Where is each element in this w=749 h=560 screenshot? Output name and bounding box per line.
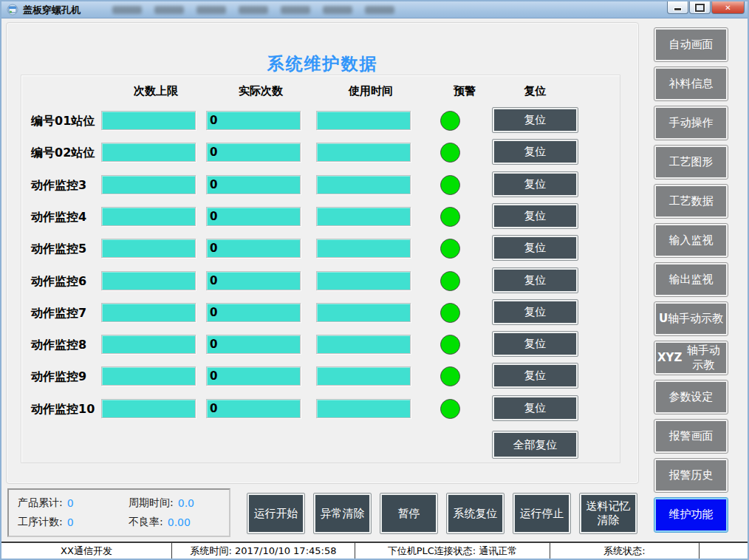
usage-time-field[interactable]	[316, 303, 411, 322]
actual-count-field[interactable]: 0	[206, 175, 301, 194]
column-header: 实际次数	[206, 84, 315, 98]
stat-value: 0.0	[178, 497, 194, 509]
usage-time-field[interactable]	[316, 143, 411, 162]
sidebar-item-12[interactable]: 报警历史	[654, 459, 728, 492]
usage-time-field[interactable]	[316, 207, 411, 226]
reset-button[interactable]: 复位	[493, 300, 578, 324]
maximize-button[interactable]	[689, 1, 711, 14]
usage-time-field[interactable]	[316, 271, 411, 290]
sidebar-item-5[interactable]: 工艺数据	[654, 185, 728, 218]
statusbar: XX通信开发系统时间: 2017/10/10 17:45:58下位机PLC连接状…	[1, 542, 748, 559]
actual-count-field[interactable]: 0	[206, 239, 301, 258]
limit-field[interactable]	[101, 239, 196, 258]
reset-button[interactable]: 复位	[493, 204, 578, 228]
control-button-5[interactable]: 运行停止	[513, 494, 570, 533]
menu-item-redacted[interactable]	[323, 6, 352, 14]
control-button-4[interactable]: 系统复位	[447, 494, 504, 533]
sidebar-item-6[interactable]: 输入监视	[654, 224, 728, 257]
warning-lamp	[440, 175, 460, 195]
actual-count-field[interactable]: 0	[206, 207, 301, 226]
stat-label: 不良率:	[129, 516, 163, 529]
column-header: 预警	[431, 84, 498, 98]
sidebar-item-9[interactable]: XYZ轴手动示教	[654, 341, 728, 375]
stat-label: 产品累计:	[18, 496, 63, 510]
menu-item-redacted[interactable]	[196, 6, 226, 14]
actual-count-field[interactable]: 0	[206, 366, 301, 386]
control-button-6[interactable]: 送料记忆清除	[580, 494, 637, 533]
stat-item: 工序计数:0	[18, 516, 129, 529]
menu-item-redacted[interactable]	[365, 6, 394, 14]
minimize-icon	[674, 7, 682, 11]
limit-field[interactable]	[101, 303, 196, 322]
sidebar-item-1[interactable]: 自动画面	[654, 28, 728, 61]
reset-button[interactable]: 复位	[493, 236, 578, 260]
sidebar-item-4[interactable]: 工艺图形	[654, 146, 728, 179]
menu-item-redacted[interactable]	[281, 6, 310, 14]
reset-button[interactable]: 复位	[493, 140, 578, 164]
usage-time-field[interactable]	[316, 399, 411, 418]
column-header: 次数上限	[101, 84, 211, 98]
row-label: 动作监控6	[31, 274, 86, 290]
row-label: 动作监控5	[31, 242, 86, 257]
statusbar-segment: 系统时间: 2017/10/10 17:45:58	[172, 543, 355, 559]
minimize-button[interactable]	[667, 1, 688, 14]
actual-count-field[interactable]: 0	[206, 271, 301, 290]
reset-button[interactable]: 复位	[493, 268, 578, 293]
limit-field[interactable]	[101, 175, 196, 194]
limit-field[interactable]	[101, 143, 196, 162]
sidebar-item-11[interactable]: 报警画面	[654, 420, 728, 453]
usage-time-field[interactable]	[316, 239, 411, 258]
app-icon	[7, 4, 18, 16]
reset-button[interactable]: 复位	[493, 172, 578, 197]
limit-field[interactable]	[101, 207, 196, 226]
actual-count-field[interactable]: 0	[206, 143, 301, 162]
sidebar-item-7[interactable]: 输出监视	[654, 263, 728, 296]
sidebar-item-2[interactable]: 补料信息	[654, 67, 728, 100]
control-button-2[interactable]: 异常清除	[314, 494, 371, 533]
sidebar-item-10[interactable]: 参数设定	[654, 380, 728, 414]
usage-time-field[interactable]	[316, 366, 411, 386]
warning-lamp	[440, 143, 460, 163]
menu-item-redacted[interactable]	[239, 6, 268, 14]
warning-lamp	[440, 366, 460, 386]
usage-time-field[interactable]	[316, 111, 411, 130]
usage-time-field[interactable]	[316, 175, 411, 194]
menu-item-redacted[interactable]	[154, 6, 184, 14]
app-window: 盖板穿螺孔机 ✕ 系统维护数据 次数上限实际次数使用时间预警复位编号01站位0复…	[0, 0, 749, 560]
reset-button[interactable]: 复位	[493, 108, 578, 132]
actual-count-field[interactable]: 0	[206, 399, 301, 418]
limit-field[interactable]	[101, 111, 196, 130]
menu-item-redacted[interactable]	[112, 6, 142, 14]
warning-lamp	[440, 335, 460, 355]
warning-lamp	[440, 271, 460, 291]
actual-count-field[interactable]: 0	[206, 111, 301, 130]
reset-all-button[interactable]: 全部复位	[493, 431, 578, 458]
warning-lamp	[440, 239, 460, 259]
row-label: 动作监控9	[31, 369, 86, 385]
control-button-3[interactable]: 暂停	[380, 494, 437, 533]
reset-button[interactable]: 复位	[493, 363, 578, 388]
sidebar-item-3[interactable]: 手动操作	[654, 106, 728, 140]
limit-field[interactable]	[101, 399, 196, 418]
sidebar-item-13-active[interactable]: 维护功能	[654, 498, 728, 532]
warning-lamp	[440, 111, 460, 131]
warning-lamp	[440, 303, 460, 323]
stat-value: 0	[67, 516, 74, 528]
close-button[interactable]: ✕	[711, 1, 745, 14]
control-button-1[interactable]: 运行开始	[247, 494, 304, 533]
limit-field[interactable]	[101, 335, 196, 354]
maintenance-table: 次数上限实际次数使用时间预警复位编号01站位0复位编号02站位0复位动作监控30…	[21, 75, 620, 463]
close-icon: ✕	[725, 4, 731, 12]
reset-button[interactable]: 复位	[493, 332, 578, 356]
limit-field[interactable]	[101, 366, 196, 386]
reset-button[interactable]: 复位	[493, 396, 578, 420]
sidebar-item-8[interactable]: U轴手动示教	[654, 302, 728, 335]
actual-count-field[interactable]: 0	[206, 303, 301, 322]
titlebar: 盖板穿螺孔机 ✕	[1, 1, 748, 18]
usage-time-field[interactable]	[316, 335, 411, 354]
limit-field[interactable]	[101, 271, 196, 290]
stat-item: 周期时间:0.0	[129, 496, 223, 510]
page-title: 系统维护数据	[7, 52, 638, 75]
actual-count-field[interactable]: 0	[206, 335, 301, 354]
row-label: 动作监控7	[31, 306, 86, 321]
